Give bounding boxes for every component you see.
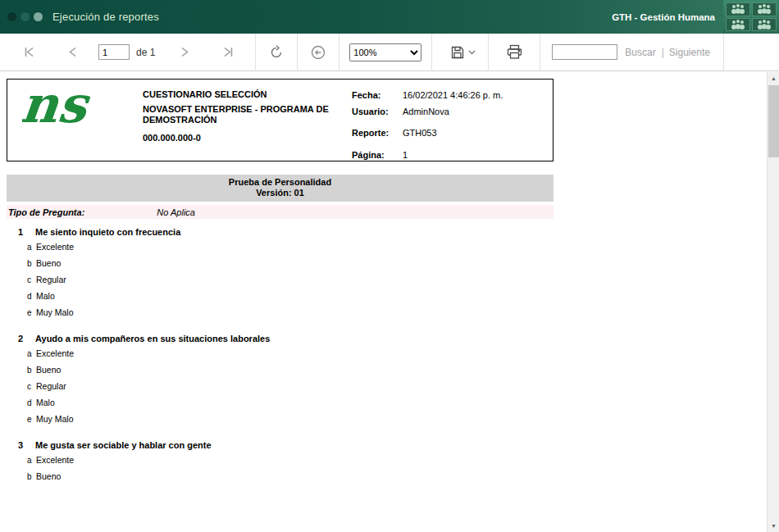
option-row: d Malo xyxy=(7,291,554,307)
question-list: 1 Me siento inquieto con frecuencia a Ex… xyxy=(7,219,554,488)
question-text: Ayudo a mis compañeros en sus situacione… xyxy=(35,334,270,343)
toolbar-divider xyxy=(488,34,489,71)
zoom-select[interactable]: 100% xyxy=(349,43,421,61)
option-letter: a xyxy=(27,349,36,358)
vertical-scrollbar[interactable]: ▲ ▼ xyxy=(767,72,779,532)
question-item: 3 Me gusta ser sociable y hablar con gen… xyxy=(7,440,554,488)
option-letter: b xyxy=(27,366,36,375)
back-button[interactable] xyxy=(304,39,332,66)
meta-label: Fecha: xyxy=(352,90,403,100)
meta-row: Fecha: 16/02/2021 4:46:26 p. m. xyxy=(352,90,503,100)
question-header: 3 Me gusta ser sociable y hablar con gen… xyxy=(7,440,554,450)
option-label: Regular xyxy=(36,275,66,284)
question-item: 2 Ayudo a mis compañeros en sus situacio… xyxy=(7,334,554,430)
dot-icon xyxy=(34,12,43,21)
titlebar-right: GTH - Gestión Humana xyxy=(612,0,779,34)
option-letter: a xyxy=(27,456,36,465)
last-page-icon xyxy=(221,45,235,59)
titlebar: Ejecución de reportes GTH - Gestión Huma… xyxy=(0,0,779,34)
option-letter: b xyxy=(27,259,36,268)
next-page-icon xyxy=(177,45,191,59)
toolbar-divider xyxy=(297,34,298,71)
print-button[interactable] xyxy=(500,39,528,66)
option-label: Bueno xyxy=(36,365,61,375)
test-title-banner: Prueba de Personalidad Versión: 01 xyxy=(7,175,554,202)
option-row: c Regular xyxy=(7,275,554,291)
toolbar-divider xyxy=(339,34,339,71)
last-page-button[interactable] xyxy=(214,39,242,66)
save-icon xyxy=(450,45,465,60)
question-header: 2 Ayudo a mis compañeros en sus situacio… xyxy=(7,334,554,343)
question-type-row: Tipo de Pregunta: No Aplica xyxy=(7,205,554,219)
option-letter: a xyxy=(27,243,36,252)
option-row: a Excelente xyxy=(7,242,554,258)
people-icon xyxy=(726,2,750,16)
option-label: Regular xyxy=(36,381,66,391)
page-number-input[interactable] xyxy=(98,44,130,60)
previous-page-icon xyxy=(66,45,80,59)
question-text: Me siento inquieto con frecuencia xyxy=(35,227,180,237)
export-save-button[interactable] xyxy=(444,39,481,66)
search-input[interactable] xyxy=(552,44,617,60)
first-page-button[interactable] xyxy=(15,39,43,66)
option-row: a Excelente xyxy=(7,348,554,365)
company-name: NOVASOFT ENTERPRISE - PROGRAMA DE DEMOST… xyxy=(143,104,349,125)
meta-row: Página: 1 xyxy=(352,150,503,160)
toolbar-divider xyxy=(431,34,432,71)
toolbar-divider xyxy=(540,34,540,71)
previous-page-button[interactable] xyxy=(59,39,87,66)
option-label: Malo xyxy=(36,398,55,407)
option-label: Malo xyxy=(36,291,55,301)
scrollbar-thumb[interactable] xyxy=(768,85,779,157)
question-number: 3 xyxy=(18,440,35,450)
option-row: e Muy Malo xyxy=(7,414,554,430)
question-item: 1 Me siento inquieto con frecuencia a Ex… xyxy=(7,227,554,324)
question-type-label: Tipo de Pregunta: xyxy=(8,207,84,217)
toolbar-divider xyxy=(723,34,724,71)
window-dots xyxy=(7,12,43,21)
report-page: ns CUESTIONARIO SELECCIÓN NOVASOFT ENTER… xyxy=(7,79,554,488)
find-button[interactable]: Buscar xyxy=(625,47,655,58)
option-letter: b xyxy=(27,472,36,481)
option-letter: d xyxy=(27,292,36,301)
dot-icon xyxy=(7,12,16,21)
report-toolbar: de 1 xyxy=(0,34,779,71)
test-title: Prueba de Personalidad xyxy=(7,177,554,188)
option-letter: c xyxy=(27,275,36,284)
question-number: 1 xyxy=(18,227,35,237)
refresh-button[interactable] xyxy=(262,39,290,66)
page-title: Ejecución de reportes xyxy=(52,11,159,23)
refresh-icon xyxy=(268,44,285,61)
option-row: b Bueno xyxy=(7,258,554,275)
option-letter: e xyxy=(27,308,36,317)
question-text: Me gusta ser sociable y hablar con gente xyxy=(35,440,212,450)
printer-icon xyxy=(506,44,523,60)
question-number: 2 xyxy=(18,334,35,343)
people-icon xyxy=(752,18,777,32)
meta-label: Reporte: xyxy=(352,128,403,138)
option-row: b Bueno xyxy=(7,471,554,488)
toolbar-divider xyxy=(255,34,256,71)
option-label: Muy Malo xyxy=(36,307,74,317)
meta-row: Usuario: AdminNova xyxy=(352,107,503,116)
option-label: Excelente xyxy=(36,455,74,465)
option-row: b Bueno xyxy=(7,365,554,381)
option-label: Bueno xyxy=(36,471,61,481)
option-row: e Muy Malo xyxy=(7,307,554,324)
people-icon xyxy=(726,18,750,32)
report-meta-fields: Fecha: 16/02/2021 4:46:26 p. m. Usuario:… xyxy=(352,90,503,160)
test-version: Versión: 01 xyxy=(7,188,554,198)
report-header-box: ns CUESTIONARIO SELECCIÓN NOVASOFT ENTER… xyxy=(7,79,554,161)
scroll-down-button[interactable]: ▼ xyxy=(768,520,779,532)
novasoft-logo-icon: ns xyxy=(22,83,141,132)
next-page-button[interactable] xyxy=(170,39,198,66)
find-next-button[interactable]: Siguiente xyxy=(669,47,710,58)
report-viewport: ns CUESTIONARIO SELECCIÓN NOVASOFT ENTER… xyxy=(0,72,767,532)
question-header: 1 Me siento inquieto con frecuencia xyxy=(7,227,554,237)
option-label: Excelente xyxy=(36,348,74,358)
scroll-up-button[interactable]: ▲ xyxy=(768,72,779,84)
find-separator: | xyxy=(662,47,664,58)
chevron-down-icon xyxy=(468,50,476,55)
meta-row: Reporte: GTH053 xyxy=(352,128,503,138)
page-total-label: de 1 xyxy=(136,47,155,58)
